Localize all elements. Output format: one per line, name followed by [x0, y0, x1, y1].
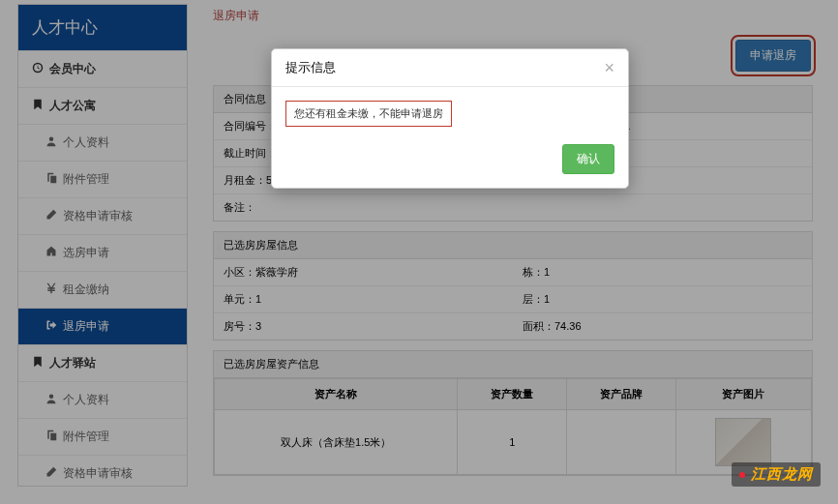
- modal-title: 提示信息: [285, 59, 336, 76]
- close-icon[interactable]: ×: [604, 59, 614, 76]
- modal-message: 您还有租金未缴，不能申请退房: [285, 101, 452, 127]
- confirm-button[interactable]: 确认: [562, 144, 614, 174]
- alert-modal: 提示信息 × 您还有租金未缴，不能申请退房 确认: [271, 48, 629, 189]
- watermark: 江西龙网: [732, 462, 821, 487]
